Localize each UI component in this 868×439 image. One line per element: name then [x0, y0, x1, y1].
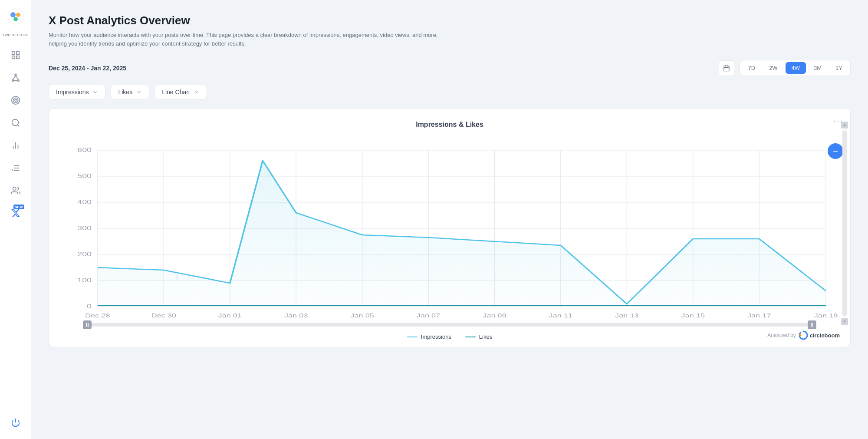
logo[interactable]: [6, 7, 25, 26]
chart-card: ··· − Impressions & Likes: [49, 108, 851, 347]
svg-point-1: [10, 12, 16, 17]
legend-likes: Likes: [465, 333, 492, 340]
svg-text:100: 100: [77, 277, 92, 284]
svg-text:600: 600: [77, 147, 92, 154]
svg-rect-6: [12, 56, 14, 59]
time-filter-7d[interactable]: 7D: [742, 62, 761, 74]
likes-legend-label: Likes: [479, 333, 492, 340]
svg-rect-74: [88, 323, 89, 327]
time-filter-4w[interactable]: 4W: [786, 62, 806, 74]
svg-point-16: [15, 99, 16, 101]
svg-text:300: 300: [77, 225, 92, 232]
scrubber-right-handle[interactable]: [808, 320, 816, 329]
scrollbar-top-btn[interactable]: [841, 122, 848, 129]
svg-point-0: [8, 9, 23, 24]
likes-legend-line: [465, 337, 476, 337]
impressions-legend-label: Impressions: [421, 333, 451, 340]
dropdowns-row: Impressions Likes Line Chart: [49, 85, 851, 99]
calendar-button[interactable]: [719, 60, 734, 76]
sidebar-item-list[interactable]: [6, 158, 25, 178]
svg-rect-76: [812, 323, 813, 327]
svg-text:Jan 03: Jan 03: [284, 312, 308, 318]
svg-text:Jan 11: Jan 11: [549, 312, 573, 318]
svg-rect-5: [16, 52, 19, 54]
time-filter-1y[interactable]: 1Y: [829, 62, 848, 74]
svg-text:Dec 28: Dec 28: [85, 312, 110, 318]
svg-marker-33: [843, 124, 846, 126]
svg-line-18: [17, 125, 19, 126]
scrollbar-bottom-btn[interactable]: [841, 318, 848, 325]
new-badge: NEW: [13, 205, 24, 209]
svg-rect-73: [86, 323, 87, 327]
svg-rect-4: [12, 52, 14, 54]
sidebar-item-target[interactable]: [6, 91, 25, 110]
svg-line-11: [13, 76, 15, 79]
sidebar-bottom: [6, 413, 25, 432]
chart-title: Impressions & Likes: [61, 121, 838, 129]
sidebar-item-dashboard[interactable]: [6, 46, 25, 65]
scrubber-row: [61, 323, 838, 327]
metric-dropdown[interactable]: Impressions: [49, 85, 105, 99]
app-name: TWITTER TOOL: [3, 33, 28, 37]
circleboom-logo: circleboom: [799, 330, 840, 340]
svg-rect-29: [724, 66, 729, 71]
analyzed-by: Analyzed by circleboom: [767, 330, 840, 340]
time-filter-2w[interactable]: 2W: [763, 62, 784, 74]
secondary-label: Likes: [118, 89, 132, 96]
svg-text:Jan 13: Jan 13: [615, 312, 639, 318]
chart-legend: Impressions Likes: [61, 333, 838, 340]
impressions-legend-line: [407, 337, 418, 337]
svg-point-2: [16, 13, 20, 17]
svg-point-8: [15, 74, 16, 76]
chart-svg: 0 100 200 300 400 500 600 Dec 28 Dec 30 …: [61, 137, 838, 320]
chart-type-label: Line Chart: [162, 89, 190, 96]
svg-point-17: [12, 119, 18, 126]
vertical-scrollbar[interactable]: [842, 130, 847, 317]
sidebar-item-power[interactable]: [6, 413, 25, 432]
svg-text:Jan 09: Jan 09: [483, 312, 506, 318]
controls-row: Dec 25, 2024 - Jan 22, 2025 7D 2W 4W 3M …: [49, 60, 851, 76]
sidebar-item-x-post[interactable]: NEW: [6, 204, 25, 223]
sidebar: TWITTER TOOL: [0, 0, 31, 439]
svg-point-15: [13, 98, 18, 103]
svg-text:200: 200: [77, 251, 92, 258]
chart-type-dropdown[interactable]: Line Chart: [155, 85, 207, 99]
svg-text:Jan 17: Jan 17: [747, 312, 771, 318]
svg-text:0: 0: [87, 303, 92, 310]
page-description: Monitor how your audience interacts with…: [49, 31, 439, 48]
metric-label: Impressions: [56, 89, 89, 96]
legend-impressions: Impressions: [407, 333, 451, 340]
svg-point-78: [799, 334, 801, 337]
svg-rect-7: [16, 56, 19, 59]
sidebar-item-network[interactable]: [6, 68, 25, 87]
sidebar-item-analytics[interactable]: [6, 136, 25, 155]
svg-text:500: 500: [77, 173, 92, 180]
svg-text:400: 400: [77, 199, 92, 206]
svg-text:Jan 07: Jan 07: [417, 312, 441, 318]
page-title: X Post Analytics Overview: [49, 14, 851, 27]
scrubber-track[interactable]: [83, 323, 816, 327]
svg-marker-34: [843, 321, 846, 323]
sidebar-item-users[interactable]: [6, 181, 25, 200]
time-filter-3m[interactable]: 3M: [808, 62, 828, 74]
time-filter-group: 7D 2W 4W 3M 1Y: [719, 60, 851, 76]
svg-line-12: [16, 76, 18, 79]
svg-text:Jan 15: Jan 15: [681, 312, 705, 318]
svg-text:Jan 05: Jan 05: [350, 312, 374, 318]
svg-point-27: [13, 187, 16, 190]
impressions-area: [98, 161, 826, 307]
svg-text:Jan 01: Jan 01: [218, 312, 242, 318]
scrubber-left-handle[interactable]: [83, 320, 92, 329]
main-content: X Post Analytics Overview Monitor how yo…: [31, 0, 868, 439]
sidebar-item-search[interactable]: [6, 113, 25, 132]
secondary-dropdown[interactable]: Likes: [111, 85, 149, 99]
date-range: Dec 25, 2024 - Jan 22, 2025: [49, 65, 126, 72]
chart-area: 0 100 200 300 400 500 600 Dec 28 Dec 30 …: [61, 137, 838, 320]
svg-text:Jan 19: Jan 19: [814, 312, 838, 318]
analyzed-by-text: Analyzed by: [767, 332, 796, 338]
svg-rect-75: [811, 323, 812, 327]
time-filters: 7D 2W 4W 3M 1Y: [740, 60, 851, 76]
brand-name: circleboom: [810, 332, 840, 339]
svg-text:Dec 30: Dec 30: [151, 312, 177, 318]
svg-point-3: [13, 17, 18, 21]
